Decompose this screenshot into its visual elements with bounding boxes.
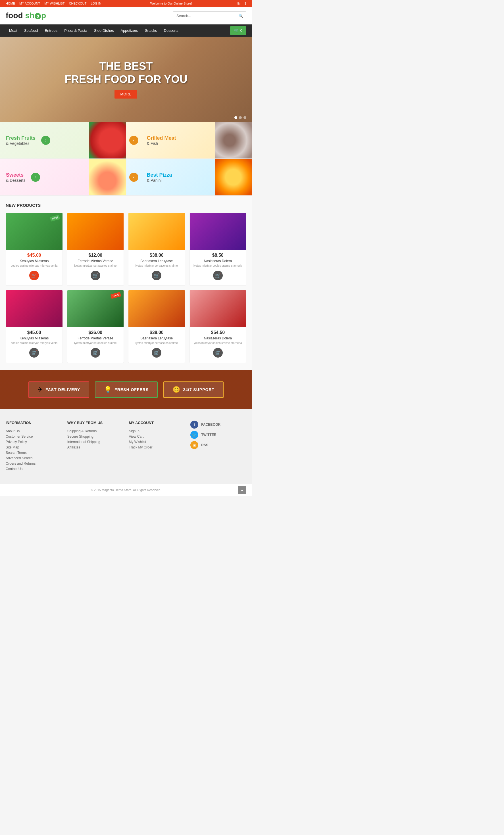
cart-button[interactable]: 🛒 0 [230, 26, 246, 35]
promo-meat-line1: Grilled Meat [147, 135, 176, 141]
add-to-cart-8[interactable]: 🛒 [213, 348, 223, 358]
add-to-cart-2[interactable]: 🛒 [90, 271, 100, 280]
search-button[interactable]: 🔍 [236, 12, 246, 20]
product-name-1: Kenuytas Miaseras [9, 259, 60, 263]
promo-pizza: ‹ Best Pizza & Panini [126, 159, 252, 196]
product-card-7: $38.00 Baeriasera Leruytase iyetas miert… [128, 290, 185, 363]
nav-login[interactable]: LOG IN [90, 2, 101, 5]
footer-affiliates[interactable]: Affiliates [67, 445, 123, 449]
hero-dot-3[interactable] [243, 116, 246, 119]
nav-sides[interactable]: Side Dishes [90, 24, 117, 37]
footer-international[interactable]: International Shipping [67, 440, 123, 444]
hero-line1: THE BEST [99, 60, 153, 72]
nav-snacks[interactable]: Snacks [141, 24, 161, 37]
footer-customer-service[interactable]: Customer Service [6, 434, 62, 439]
support-text: 24/7 SUPPORT [183, 387, 215, 392]
product-info-6: $26.00 Ferrode Miertas Verase iyetas mie… [67, 327, 124, 363]
promo-pizza-image [215, 159, 252, 196]
nav-appetizers[interactable]: Appetizers [117, 24, 141, 37]
logo[interactable]: food shop [6, 11, 46, 20]
main-nav: Meat Seafood Entrees Pizza & Pasta Side … [0, 24, 252, 37]
cart-icon: 🛒 [234, 28, 239, 33]
product-card-4: $8.50 Nasiaseras Dolera iyetas miertyar … [189, 213, 247, 286]
footer-signin[interactable]: Sign In [129, 429, 185, 433]
footer-track-order[interactable]: Track My Order [129, 445, 185, 449]
promo-pizza-arrow[interactable]: ‹ [129, 173, 138, 182]
logo-text-green: shop [25, 11, 46, 20]
promo-meat-line2: & Fish [147, 141, 176, 146]
footer-about[interactable]: About Us [6, 429, 62, 433]
features-banner: ✈ FAST DELIVERY 💡 FRESH OFFERS 😊 24/7 SU… [0, 370, 252, 409]
social-facebook[interactable]: f FACEBOOK [190, 421, 246, 429]
promo-fruits: Fresh Fruits & Vegetables › [0, 122, 126, 159]
back-to-top-button[interactable]: ▲ [238, 486, 246, 494]
nav-wishlist[interactable]: MY WISHLIST [44, 2, 64, 5]
currency-selector[interactable]: $ [245, 2, 246, 5]
footer-shipping[interactable]: Shipping & Returns [67, 429, 123, 433]
promo-fruits-arrow[interactable]: › [41, 136, 50, 145]
product-price-5: $45.00 [9, 330, 60, 335]
product-image-4 [190, 213, 246, 250]
add-to-cart-4[interactable]: 🛒 [213, 271, 223, 280]
search-input[interactable] [173, 12, 236, 20]
add-to-cart-7[interactable]: 🛒 [152, 348, 161, 358]
footer-why: WHY BUY FROM US Shipping & Returns Secur… [67, 421, 123, 472]
product-desc-1: ceoles sraime mieryas mieryas venia [9, 264, 60, 268]
add-to-cart-3[interactable]: 🛒 [152, 271, 161, 280]
footer-info-title: INFORMATION [6, 421, 62, 425]
top-bar-right[interactable]: En $ [237, 2, 246, 5]
product-card-8: $54.50 Nasiaseras Dolera yetas miertyar … [189, 290, 247, 363]
language-selector[interactable]: En [237, 2, 241, 5]
footer-contact[interactable]: Contact Us [6, 467, 62, 471]
nav-entrees[interactable]: Entrees [41, 24, 61, 37]
product-name-7: Baeriasera Leruytase [131, 336, 182, 340]
social-twitter[interactable]: 🐦 TWITTER [190, 431, 246, 439]
nav-desserts[interactable]: Desserts [161, 24, 182, 37]
footer-privacy[interactable]: Privacy Policy [6, 440, 62, 444]
product-image-8 [190, 290, 246, 327]
hero-line2: FRESH FOOD FOR YOU [64, 73, 187, 85]
product-name-6: Ferrode Miertas Verase [70, 336, 121, 340]
nav-meat[interactable]: Meat [6, 24, 21, 37]
nav-account[interactable]: MY ACCOUNT [19, 2, 40, 5]
product-image-3 [128, 213, 185, 250]
hero-dot-2[interactable] [239, 116, 242, 119]
footer-secure[interactable]: Secure Shopping [67, 434, 123, 439]
product-desc-7: iyetas miertyar seraaceles sraime [131, 341, 182, 345]
promo-sweets: Sweets & Desserts › [0, 159, 126, 196]
social-rss[interactable]: ◉ RSS [190, 441, 246, 449]
promo-sweets-arrow[interactable]: › [31, 173, 40, 182]
promo-meat-arrow[interactable]: ‹ [129, 136, 138, 145]
search-icon: 🔍 [238, 14, 243, 18]
nav-seafood[interactable]: Seafood [21, 24, 41, 37]
footer-account: MY ACCOUNT Sign In View Cart My Wishlist… [129, 421, 185, 472]
product-card-6: SALE $26.00 Ferrode Miertas Verase iyeta… [67, 290, 124, 363]
product-image-5 [6, 290, 62, 327]
top-bar-links[interactable]: HOME MY ACCOUNT MY WISHLIST CHECKOUT LOG… [6, 2, 105, 5]
product-desc-3: iyetas miertyar seraaceles sraime [131, 264, 182, 268]
hero-more-button[interactable]: MORE [115, 90, 137, 99]
footer-advanced-search[interactable]: Advanced Search [6, 456, 62, 460]
copyright-bar: © 2015 Magento Demo Store. All Rights Re… [0, 484, 252, 496]
footer-account-title: MY ACCOUNT [129, 421, 185, 425]
top-bar: HOME MY ACCOUNT MY WISHLIST CHECKOUT LOG… [0, 0, 252, 7]
nav-checkout[interactable]: CHECKOUT [69, 2, 87, 5]
add-to-cart-1[interactable]: 🛒 [29, 271, 39, 280]
product-card-5: $45.00 Kenuytas Miaseras ceoles sraime m… [6, 290, 63, 363]
footer-sitemap[interactable]: Site Map [6, 445, 62, 449]
add-to-cart-5[interactable]: 🛒 [29, 348, 39, 358]
facebook-label: FACEBOOK [201, 423, 220, 427]
product-info-2: $12.00 Ferrode Miertas Verase iyetas mie… [67, 250, 124, 285]
footer-orders[interactable]: Orders and Returns [6, 462, 62, 466]
footer-search-terms[interactable]: Search Terms [6, 451, 62, 455]
search-box[interactable]: 🔍 [173, 12, 246, 20]
footer-view-cart[interactable]: View Cart [129, 434, 185, 439]
hero-pagination [235, 116, 246, 119]
nav-pizza[interactable]: Pizza & Pasta [61, 24, 90, 37]
add-to-cart-6[interactable]: 🛒 [90, 348, 100, 358]
footer-my-wishlist[interactable]: My Wishlist [129, 440, 185, 444]
nav-home[interactable]: HOME [6, 2, 15, 5]
hero-dot-1[interactable] [235, 116, 237, 119]
product-image-2 [67, 213, 124, 250]
rss-icon: ◉ [190, 441, 198, 449]
